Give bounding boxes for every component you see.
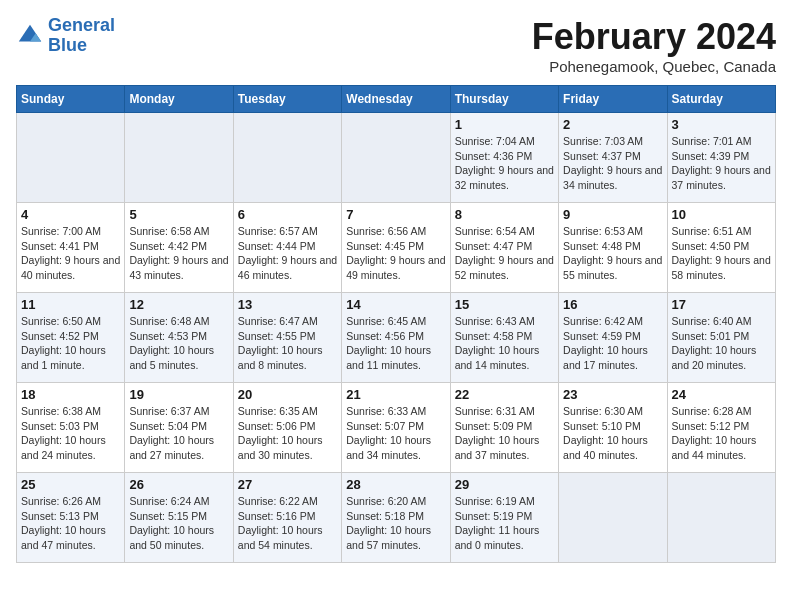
day-info: Sunrise: 6:28 AMSunset: 5:12 PMDaylight:… [672,404,771,463]
page-title: February 2024 [532,16,776,58]
day-number: 25 [21,477,120,492]
day-number: 18 [21,387,120,402]
calendar-cell [559,473,667,563]
calendar-cell: 15Sunrise: 6:43 AMSunset: 4:58 PMDayligh… [450,293,558,383]
calendar-cell: 10Sunrise: 6:51 AMSunset: 4:50 PMDayligh… [667,203,775,293]
day-info: Sunrise: 6:31 AMSunset: 5:09 PMDaylight:… [455,404,554,463]
day-number: 7 [346,207,445,222]
day-number: 4 [21,207,120,222]
calendar-week-row: 18Sunrise: 6:38 AMSunset: 5:03 PMDayligh… [17,383,776,473]
day-number: 10 [672,207,771,222]
day-info: Sunrise: 6:56 AMSunset: 4:45 PMDaylight:… [346,224,445,283]
day-info: Sunrise: 6:45 AMSunset: 4:56 PMDaylight:… [346,314,445,373]
calendar-cell [17,113,125,203]
calendar-cell [667,473,775,563]
day-number: 2 [563,117,662,132]
calendar-cell: 28Sunrise: 6:20 AMSunset: 5:18 PMDayligh… [342,473,450,563]
day-info: Sunrise: 6:40 AMSunset: 5:01 PMDaylight:… [672,314,771,373]
day-number: 21 [346,387,445,402]
day-number: 3 [672,117,771,132]
calendar-week-row: 11Sunrise: 6:50 AMSunset: 4:52 PMDayligh… [17,293,776,383]
day-info: Sunrise: 6:43 AMSunset: 4:58 PMDaylight:… [455,314,554,373]
day-number: 23 [563,387,662,402]
calendar-cell: 2Sunrise: 7:03 AMSunset: 4:37 PMDaylight… [559,113,667,203]
day-number: 5 [129,207,228,222]
day-info: Sunrise: 6:57 AMSunset: 4:44 PMDaylight:… [238,224,337,283]
calendar-cell [125,113,233,203]
day-info: Sunrise: 6:50 AMSunset: 4:52 PMDaylight:… [21,314,120,373]
day-number: 8 [455,207,554,222]
day-number: 1 [455,117,554,132]
day-info: Sunrise: 6:51 AMSunset: 4:50 PMDaylight:… [672,224,771,283]
calendar-cell: 26Sunrise: 6:24 AMSunset: 5:15 PMDayligh… [125,473,233,563]
weekday-header-wednesday: Wednesday [342,86,450,113]
weekday-header-friday: Friday [559,86,667,113]
calendar-cell: 6Sunrise: 6:57 AMSunset: 4:44 PMDaylight… [233,203,341,293]
day-info: Sunrise: 6:35 AMSunset: 5:06 PMDaylight:… [238,404,337,463]
calendar-cell: 4Sunrise: 7:00 AMSunset: 4:41 PMDaylight… [17,203,125,293]
logo-icon [16,22,44,50]
calendar-cell [342,113,450,203]
day-info: Sunrise: 7:01 AMSunset: 4:39 PMDaylight:… [672,134,771,193]
title-block: February 2024 Pohenegamook, Quebec, Cana… [532,16,776,75]
day-number: 26 [129,477,228,492]
day-number: 17 [672,297,771,312]
day-info: Sunrise: 6:42 AMSunset: 4:59 PMDaylight:… [563,314,662,373]
calendar-cell: 8Sunrise: 6:54 AMSunset: 4:47 PMDaylight… [450,203,558,293]
calendar-cell: 19Sunrise: 6:37 AMSunset: 5:04 PMDayligh… [125,383,233,473]
day-info: Sunrise: 6:20 AMSunset: 5:18 PMDaylight:… [346,494,445,553]
calendar-cell: 13Sunrise: 6:47 AMSunset: 4:55 PMDayligh… [233,293,341,383]
calendar-cell: 25Sunrise: 6:26 AMSunset: 5:13 PMDayligh… [17,473,125,563]
day-info: Sunrise: 6:22 AMSunset: 5:16 PMDaylight:… [238,494,337,553]
calendar-cell: 17Sunrise: 6:40 AMSunset: 5:01 PMDayligh… [667,293,775,383]
calendar-cell: 20Sunrise: 6:35 AMSunset: 5:06 PMDayligh… [233,383,341,473]
calendar-week-row: 1Sunrise: 7:04 AMSunset: 4:36 PMDaylight… [17,113,776,203]
page-subtitle: Pohenegamook, Quebec, Canada [532,58,776,75]
day-number: 11 [21,297,120,312]
day-number: 19 [129,387,228,402]
day-info: Sunrise: 6:47 AMSunset: 4:55 PMDaylight:… [238,314,337,373]
day-info: Sunrise: 7:03 AMSunset: 4:37 PMDaylight:… [563,134,662,193]
calendar-cell [233,113,341,203]
day-info: Sunrise: 6:19 AMSunset: 5:19 PMDaylight:… [455,494,554,553]
day-number: 12 [129,297,228,312]
day-number: 24 [672,387,771,402]
calendar-table: SundayMondayTuesdayWednesdayThursdayFrid… [16,85,776,563]
day-info: Sunrise: 6:24 AMSunset: 5:15 PMDaylight:… [129,494,228,553]
day-info: Sunrise: 6:53 AMSunset: 4:48 PMDaylight:… [563,224,662,283]
day-info: Sunrise: 6:58 AMSunset: 4:42 PMDaylight:… [129,224,228,283]
calendar-cell: 24Sunrise: 6:28 AMSunset: 5:12 PMDayligh… [667,383,775,473]
calendar-cell: 21Sunrise: 6:33 AMSunset: 5:07 PMDayligh… [342,383,450,473]
weekday-header-row: SundayMondayTuesdayWednesdayThursdayFrid… [17,86,776,113]
calendar-cell: 18Sunrise: 6:38 AMSunset: 5:03 PMDayligh… [17,383,125,473]
calendar-cell: 29Sunrise: 6:19 AMSunset: 5:19 PMDayligh… [450,473,558,563]
day-info: Sunrise: 7:04 AMSunset: 4:36 PMDaylight:… [455,134,554,193]
header: General Blue February 2024 Pohenegamook,… [16,16,776,75]
logo-line2: Blue [48,35,87,55]
weekday-header-thursday: Thursday [450,86,558,113]
calendar-week-row: 25Sunrise: 6:26 AMSunset: 5:13 PMDayligh… [17,473,776,563]
calendar-cell: 14Sunrise: 6:45 AMSunset: 4:56 PMDayligh… [342,293,450,383]
calendar-cell: 12Sunrise: 6:48 AMSunset: 4:53 PMDayligh… [125,293,233,383]
weekday-header-monday: Monday [125,86,233,113]
calendar-cell: 23Sunrise: 6:30 AMSunset: 5:10 PMDayligh… [559,383,667,473]
logo: General Blue [16,16,115,56]
weekday-header-tuesday: Tuesday [233,86,341,113]
calendar-cell: 11Sunrise: 6:50 AMSunset: 4:52 PMDayligh… [17,293,125,383]
day-info: Sunrise: 7:00 AMSunset: 4:41 PMDaylight:… [21,224,120,283]
day-info: Sunrise: 6:33 AMSunset: 5:07 PMDaylight:… [346,404,445,463]
calendar-cell: 5Sunrise: 6:58 AMSunset: 4:42 PMDaylight… [125,203,233,293]
day-number: 6 [238,207,337,222]
day-number: 27 [238,477,337,492]
day-number: 9 [563,207,662,222]
day-number: 20 [238,387,337,402]
day-info: Sunrise: 6:54 AMSunset: 4:47 PMDaylight:… [455,224,554,283]
calendar-cell: 1Sunrise: 7:04 AMSunset: 4:36 PMDaylight… [450,113,558,203]
day-info: Sunrise: 6:26 AMSunset: 5:13 PMDaylight:… [21,494,120,553]
day-number: 16 [563,297,662,312]
weekday-header-saturday: Saturday [667,86,775,113]
calendar-week-row: 4Sunrise: 7:00 AMSunset: 4:41 PMDaylight… [17,203,776,293]
calendar-cell: 16Sunrise: 6:42 AMSunset: 4:59 PMDayligh… [559,293,667,383]
calendar-cell: 22Sunrise: 6:31 AMSunset: 5:09 PMDayligh… [450,383,558,473]
day-number: 28 [346,477,445,492]
